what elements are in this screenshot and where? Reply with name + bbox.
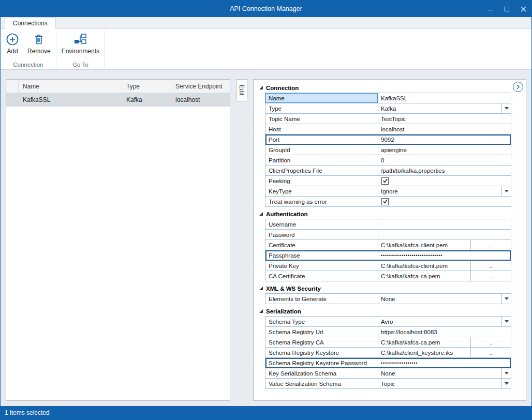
environments-button[interactable]: Environments <box>57 29 104 56</box>
property-label[interactable]: Password <box>265 230 378 239</box>
property-row: Value Serialization SchemaTopic <box>265 379 511 389</box>
property-label[interactable]: Certificate <box>265 240 378 250</box>
browse-button[interactable]: .. <box>470 240 511 250</box>
property-label[interactable]: Passphrase <box>265 250 378 260</box>
value-text[interactable]: C:\kafka\client_keystore.iks <box>381 350 453 356</box>
property-label[interactable]: Schema Registry Keystore Password <box>265 358 378 368</box>
dropdown-button[interactable] <box>501 103 511 113</box>
value-text[interactable]: None <box>381 370 395 377</box>
property-value: •••••••••••••••••• <box>378 358 511 368</box>
property-label[interactable]: Topic Name <box>265 114 378 124</box>
value-text[interactable]: 0 <box>381 157 384 163</box>
value-text[interactable]: C:\kafka\kafca-client.pem <box>381 242 448 248</box>
property-label[interactable]: Name <box>265 93 378 103</box>
add-button[interactable]: Add <box>2 29 23 56</box>
password-value[interactable]: •••••••••••••••••• <box>381 361 418 366</box>
property-label[interactable]: Treat warning as error <box>265 197 378 206</box>
value-text[interactable]: C:\kafka\kafca-client.pem <box>381 263 448 269</box>
section-header[interactable]: XML & WS Security <box>259 283 511 293</box>
property-section: ConnectionNameKafkaSSLTypeKafkaTopic Nam… <box>259 83 511 207</box>
value-text[interactable]: https://localhost:8083 <box>381 329 437 335</box>
checkbox[interactable] <box>381 177 389 185</box>
property-label[interactable]: GroupId <box>265 145 378 155</box>
section-title: Authentication <box>266 211 308 217</box>
close-button[interactable] <box>515 1 531 17</box>
dropdown-button[interactable] <box>501 294 511 304</box>
property-value <box>378 230 511 239</box>
property-label[interactable]: Partition <box>265 155 378 165</box>
property-label[interactable]: Schema Type <box>265 317 378 326</box>
browse-button[interactable]: .. <box>470 261 511 271</box>
property-row: Topic NameTestTopic <box>265 114 511 124</box>
property-label[interactable]: Schema Registry Keystore <box>265 348 378 357</box>
column-header-type[interactable]: Type <box>122 80 171 93</box>
password-value[interactable]: •••••••••••••••••••••••••••••• <box>381 253 442 258</box>
tab-edit[interactable]: Edit <box>236 79 247 101</box>
checkbox[interactable] <box>381 198 389 205</box>
property-label[interactable]: CA Certificate <box>265 271 378 281</box>
collapse-panel-button[interactable] <box>513 82 523 92</box>
property-label[interactable]: Schema Registry CA <box>265 337 378 347</box>
property-value: apiengine <box>378 145 511 155</box>
value-text[interactable]: 9092 <box>381 137 394 143</box>
property-section: SerializationSchema TypeAvroSchema Regis… <box>259 306 511 389</box>
property-label[interactable]: Private Key <box>265 261 378 271</box>
browse-button[interactable]: .. <box>470 271 511 281</box>
property-label[interactable]: Host <box>265 124 378 134</box>
property-row: Port9092 <box>265 134 511 145</box>
section-header[interactable]: Connection <box>259 83 511 93</box>
value-text[interactable]: Kafka <box>381 106 396 112</box>
section-header[interactable]: Serialization <box>259 306 511 316</box>
value-text[interactable]: None <box>381 296 395 302</box>
property-value: C:\kafka\kafca-client.pem <box>378 261 470 271</box>
list-header: NameTypeService Endpoint <box>6 80 230 93</box>
title-bar: API Connection Manager <box>1 1 531 17</box>
property-label[interactable]: Elements to Generate <box>265 294 378 304</box>
property-label[interactable]: Key Serialization Schema <box>265 368 378 378</box>
dropdown-button[interactable] <box>501 368 511 378</box>
dropdown-button[interactable] <box>501 317 511 326</box>
value-text[interactable]: Avro <box>381 319 393 325</box>
property-value: TestTopic <box>378 114 511 124</box>
column-header-service-endpoint[interactable]: Service Endpoint <box>171 80 230 93</box>
tab-connections[interactable]: Connections <box>5 17 56 29</box>
property-label[interactable]: Value Serialization Schema <box>265 379 378 388</box>
dropdown-button[interactable] <box>501 186 511 196</box>
value-text[interactable]: Ignore <box>381 188 398 194</box>
add-button-label: Add <box>7 48 18 55</box>
section-header[interactable]: Authentication <box>259 209 511 219</box>
dropdown-button[interactable] <box>501 379 511 388</box>
property-value: 0 <box>378 155 511 165</box>
environments-icon <box>73 33 87 46</box>
property-label[interactable]: ClientProperties File <box>265 166 378 175</box>
property-label[interactable]: Schema Registry Url <box>265 327 378 337</box>
browse-button[interactable]: .. <box>470 337 511 347</box>
value-text[interactable]: C:\kafka\kafca-ca.pem <box>381 273 440 279</box>
value-text[interactable]: TestTopic <box>381 116 406 122</box>
remove-button[interactable]: Remove <box>23 29 55 56</box>
section-rows: NameKafkaSSLTypeKafkaTopic NameTestTopic… <box>265 93 511 207</box>
minimize-button[interactable] <box>482 1 498 17</box>
value-text[interactable]: /path/to/kafka.properties <box>381 168 445 174</box>
column-header-name[interactable]: Name <box>19 80 122 93</box>
property-value: None <box>378 368 501 378</box>
section-title: Connection <box>266 85 299 91</box>
section-title: Serialization <box>266 308 301 314</box>
list-item[interactable]: KafkaSSLKafkalocalhost <box>6 93 230 107</box>
value-text[interactable]: Topic <box>381 381 395 387</box>
property-label[interactable]: Peeking <box>265 176 378 186</box>
property-label[interactable]: Port <box>265 134 378 144</box>
browse-button[interactable]: .. <box>470 348 511 357</box>
maximize-button[interactable] <box>498 1 515 17</box>
value-text[interactable]: KafkaSSL <box>381 95 407 101</box>
app-window: API Connection Manager Connections Add R… <box>0 0 532 420</box>
property-label[interactable]: Type <box>265 103 378 113</box>
property-label[interactable]: KeyType <box>265 186 378 196</box>
property-value: Ignore <box>378 186 501 196</box>
value-text[interactable]: localhost <box>381 126 404 132</box>
value-text[interactable]: apiengine <box>381 147 407 153</box>
value-text[interactable]: C:\kafka\kafca-ca.pem <box>381 339 440 346</box>
property-panel: ConnectionNameKafkaSSLTypeKafkaTopic Nam… <box>253 79 526 401</box>
property-value: •••••••••••••••••••••••••••••• <box>378 250 511 260</box>
property-label[interactable]: Username <box>265 219 378 229</box>
